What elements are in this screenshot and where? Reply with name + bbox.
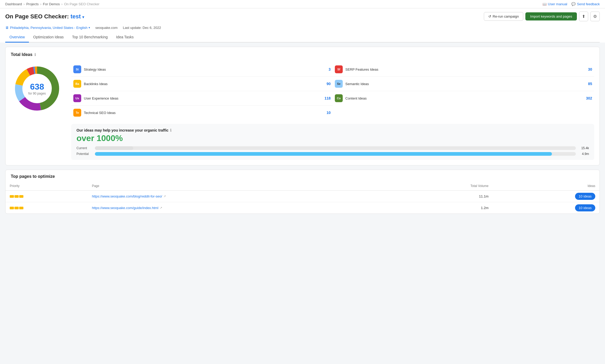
potential-bar-row: Potential 4.9m bbox=[76, 152, 589, 156]
technical-label: Technical SEO Ideas bbox=[84, 111, 317, 115]
breadcrumb: Dashboard › Projects › For Demos › On Pa… bbox=[5, 2, 99, 6]
total-ideas-info-icon[interactable]: ℹ bbox=[34, 53, 36, 57]
breadcrumb-dashboard[interactable]: Dashboard bbox=[5, 2, 22, 6]
import-keywords-button[interactable]: Import keywords and pages bbox=[525, 12, 577, 20]
volume-cell-2: 1.2m bbox=[394, 202, 493, 214]
tab-overview[interactable]: Overview bbox=[5, 32, 29, 43]
traffic-title: Our ideas may help you increase your org… bbox=[76, 128, 589, 132]
ideas-right-col: Sf SERP Features Ideas 30 Se Semantic Id… bbox=[333, 62, 594, 120]
breadcrumb-current: On Page SEO Checker bbox=[64, 2, 99, 6]
ideas-cell-2: 10 ideas bbox=[493, 202, 599, 214]
priority-cell-2 bbox=[6, 202, 88, 214]
monitor-icon: 🖥 bbox=[5, 25, 9, 30]
priority-cell-1 bbox=[6, 191, 88, 202]
priority-bar bbox=[10, 207, 14, 209]
tab-optimization-ideas[interactable]: Optimization Ideas bbox=[29, 32, 68, 43]
potential-bar-track bbox=[95, 152, 576, 156]
traffic-percent: over 1000% bbox=[76, 133, 589, 143]
traffic-info-icon[interactable]: ℹ bbox=[170, 128, 171, 132]
tab-top-10-benchmarking[interactable]: Top 10 Benchmarking bbox=[68, 32, 112, 43]
priority-bars-2 bbox=[10, 207, 84, 209]
strategy-label: Strategy Ideas bbox=[84, 67, 317, 71]
page-title: On Page SEO Checker: test ▾ bbox=[5, 13, 84, 20]
feedback-icon: 💬 bbox=[571, 2, 576, 6]
priority-bar bbox=[14, 207, 19, 209]
technical-count[interactable]: 10 bbox=[320, 111, 331, 115]
table-row: https://www.seoquake.com/guide/index.htm… bbox=[6, 202, 599, 214]
semantic-label: Semantic Ideas bbox=[345, 82, 579, 86]
location-dropdown-icon: ▾ bbox=[89, 26, 90, 29]
volume-cell-1: 11.1m bbox=[394, 191, 493, 202]
semantic-count[interactable]: 85 bbox=[582, 82, 592, 86]
backlinks-label: Backlinks Ideas bbox=[84, 82, 317, 86]
rerun-campaign-button[interactable]: ↺ Re-run campaign bbox=[484, 12, 524, 21]
page-link-2[interactable]: https://www.seoquake.com/guide/index.htm… bbox=[92, 206, 390, 210]
breadcrumb-projects[interactable]: Projects bbox=[26, 2, 39, 6]
ideas-badge-1[interactable]: 10 ideas bbox=[575, 193, 595, 200]
idea-row-serp: Sf SERP Features Ideas 30 bbox=[333, 62, 594, 77]
potential-value: 4.9m bbox=[578, 152, 589, 156]
idea-row-technical: Te Technical SEO Ideas 10 bbox=[71, 106, 333, 120]
priority-bar bbox=[19, 195, 23, 198]
current-bar-track bbox=[95, 146, 576, 150]
total-ideas-title: Total Ideas ℹ bbox=[11, 52, 594, 57]
external-link-icon: ↗ bbox=[163, 195, 166, 198]
page-cell-1: https://www.seoquake.com/blog/reddit-for… bbox=[88, 191, 394, 202]
total-ideas-content: 638 for 90 pages St Strategy Ideas 3 bbox=[11, 62, 594, 160]
page-link-1[interactable]: https://www.seoquake.com/blog/reddit-for… bbox=[92, 194, 390, 198]
domain-label: seoquake.com bbox=[95, 26, 118, 30]
strategy-count[interactable]: 3 bbox=[320, 67, 331, 71]
table-row: https://www.seoquake.com/blog/reddit-for… bbox=[6, 191, 599, 202]
book-icon: 📖 bbox=[542, 2, 547, 6]
current-bar-fill bbox=[95, 146, 133, 150]
breadcrumb-for-demos[interactable]: For Demos bbox=[43, 2, 60, 6]
priority-bar bbox=[14, 195, 19, 198]
traffic-bars: Current 15.4k Potential 4.9m bbox=[76, 146, 589, 156]
ideas-cell-1: 10 ideas bbox=[493, 191, 599, 202]
send-feedback-link[interactable]: 💬 Send feedback bbox=[571, 2, 600, 6]
col-priority: Priority bbox=[6, 181, 88, 191]
idea-row-ux: Ux User Experience Ideas 118 bbox=[71, 91, 333, 106]
header-actions: ↺ Re-run campaign Import keywords and pa… bbox=[484, 12, 600, 21]
total-pages: for 90 pages bbox=[28, 92, 46, 95]
ideas-badge-2[interactable]: 10 ideas bbox=[575, 204, 595, 211]
content-badge: Co bbox=[335, 94, 343, 102]
priority-bars-1 bbox=[10, 195, 84, 198]
ux-count[interactable]: 118 bbox=[320, 96, 331, 100]
col-page: Page bbox=[88, 181, 394, 191]
serp-count[interactable]: 30 bbox=[582, 67, 592, 71]
current-bar-row: Current 15.4k bbox=[76, 146, 589, 150]
rerun-icon: ↺ bbox=[488, 14, 491, 18]
ideas-right: St Strategy Ideas 3 Ba Backlinks Ideas 9… bbox=[71, 62, 594, 160]
tab-idea-tasks[interactable]: Idea Tasks bbox=[112, 32, 138, 43]
ideas-grid: St Strategy Ideas 3 Ba Backlinks Ideas 9… bbox=[71, 62, 594, 120]
upload-icon: ⬆ bbox=[582, 14, 585, 19]
serp-badge: Sf bbox=[335, 65, 343, 73]
col-ideas: Ideas bbox=[493, 181, 599, 191]
table-head: Priority Page Total Volume Ideas bbox=[6, 181, 599, 191]
top-pages-card: Top pages to optimize Priority Page Tota… bbox=[5, 170, 600, 214]
user-manual-link[interactable]: 📖 User manual bbox=[542, 2, 567, 6]
main-content: Total Ideas ℹ bbox=[0, 43, 605, 218]
current-label: Current bbox=[76, 146, 92, 150]
external-link-icon: ↗ bbox=[160, 206, 162, 210]
project-name-link[interactable]: test bbox=[70, 13, 81, 20]
strategy-badge: St bbox=[73, 65, 81, 73]
project-dropdown-icon[interactable]: ▾ bbox=[82, 15, 84, 19]
technical-badge: Te bbox=[73, 109, 81, 117]
ux-label: User Experience Ideas bbox=[84, 96, 317, 100]
content-count[interactable]: 302 bbox=[582, 96, 592, 100]
location-selector[interactable]: 🖥 Philadelphia, Pennsylvania, United Sta… bbox=[5, 25, 90, 30]
idea-row-semantic: Se Semantic Ideas 85 bbox=[333, 77, 594, 91]
gear-icon: ⚙ bbox=[593, 14, 597, 19]
table-body: https://www.seoquake.com/blog/reddit-for… bbox=[6, 191, 599, 214]
settings-button[interactable]: ⚙ bbox=[590, 12, 600, 21]
traffic-section: Our ideas may help you increase your org… bbox=[71, 124, 594, 160]
backlinks-count[interactable]: 90 bbox=[320, 82, 331, 86]
tabs-bar: Overview Optimization Ideas Top 10 Bench… bbox=[5, 32, 600, 43]
last-update-label: Last update: Dec 6, 2022 bbox=[123, 26, 161, 30]
export-button[interactable]: ⬆ bbox=[579, 12, 588, 21]
idea-row-strategy: St Strategy Ideas 3 bbox=[71, 62, 333, 77]
ux-badge: Ux bbox=[73, 94, 81, 102]
top-pages-title: Top pages to optimize bbox=[11, 174, 594, 179]
